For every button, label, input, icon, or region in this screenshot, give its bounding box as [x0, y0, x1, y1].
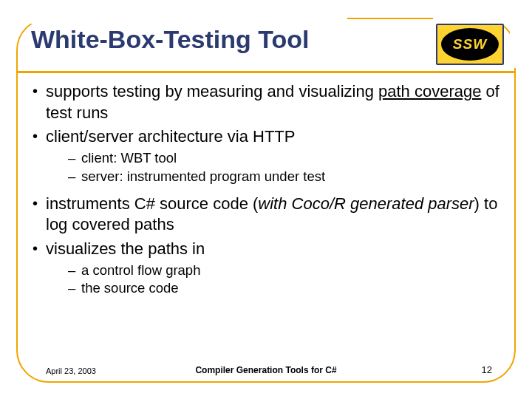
decorative-cover	[510, 22, 520, 68]
bullet-1-text-pre: supports testing by measuring and visual…	[46, 82, 378, 100]
decorative-cover	[30, 13, 347, 24]
bullet-3-italic: with Coco/R generated parser	[258, 194, 474, 213]
bullet-4-sublist: a control flow graph the source code	[68, 262, 508, 299]
bullet-2-sublist: client: WBT tool server: instrumented pr…	[68, 149, 508, 186]
bullet-list: supports testing by measuring and visual…	[33, 81, 508, 298]
bullet-4-sub-2: the source code	[68, 279, 508, 298]
bullet-2-sub-2: server: instrumented program under test	[68, 168, 508, 186]
footer-date: April 23, 2003	[41, 365, 100, 377]
footer-title: Compiler Generation Tools for C#	[191, 364, 341, 377]
ssw-logo: SSW	[436, 24, 504, 65]
slide: White-Box-Testing Tool SSW supports test…	[0, 0, 532, 399]
bullet-3: instruments C# source code (with Coco/R …	[33, 194, 508, 236]
bullet-1-link: path coverage	[378, 82, 481, 100]
ssw-logo-text: SSW	[441, 28, 499, 61]
bullet-4-text: visualizes the paths in	[46, 239, 205, 258]
content-area: supports testing by measuring and visual…	[33, 81, 508, 305]
title-divider	[16, 71, 516, 73]
bullet-2-text: client/server architecture via HTTP	[46, 127, 295, 146]
bullet-2: client/server architecture via HTTP clie…	[33, 126, 508, 186]
bullet-4-sub-1: a control flow graph	[68, 262, 508, 280]
decorative-cover	[433, 13, 507, 24]
bullet-4: visualizes the paths in a control flow g…	[33, 239, 508, 299]
slide-title: White-Box-Testing Tool	[31, 25, 316, 54]
bullet-1: supports testing by measuring and visual…	[33, 81, 508, 123]
footer-page-number: 12	[477, 363, 497, 377]
bullet-3-text-pre: instruments C# source code (	[46, 194, 258, 213]
bullet-2-sub-1: client: WBT tool	[68, 149, 508, 168]
